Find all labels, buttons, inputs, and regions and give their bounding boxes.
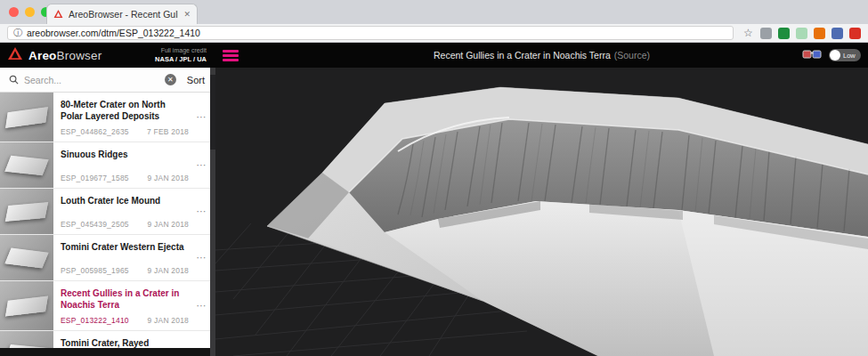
window-close-button[interactable]: [9, 7, 19, 17]
quality-toggle[interactable]: Low: [829, 49, 861, 61]
anaglyph-3d-glasses-icon[interactable]: [802, 47, 822, 63]
terrain-render: [215, 68, 868, 356]
sort-button[interactable]: Sort: [187, 75, 205, 85]
item-date: 7 FEB 2018: [147, 127, 189, 136]
item-meta: Tomini Crater Western Ejecta PSP_005985_…: [53, 235, 192, 280]
item-id: PSP_005985_1965: [61, 266, 148, 275]
sidebar: ✕ Sort 80-Meter Crater on North Polar La…: [0, 68, 215, 356]
app-header: AreoBrowser Full image credit NASA / JPL…: [0, 43, 868, 68]
item-title: 80-Meter Crater on North Polar Layered D…: [61, 99, 189, 122]
item-meta: Louth Crater Ice Mound ESP_045439_2505 9…: [53, 189, 192, 234]
item-id: ESP_019677_1585: [61, 174, 148, 182]
item-date: 9 JAN 2018: [148, 266, 189, 275]
item-date: 9 JAN 2018: [148, 316, 189, 325]
item-title: Louth Crater Ice Mound: [61, 195, 189, 206]
extension-icon-4[interactable]: [814, 28, 825, 39]
menu-icon[interactable]: [223, 50, 239, 61]
item-meta: Recent Gullies in a Crater in Noachis Te…: [53, 281, 192, 330]
search-row: ✕ Sort: [0, 68, 215, 93]
list-item[interactable]: Sinuous Ridges ESP_019677_1585 9 JAN 201…: [0, 142, 210, 189]
item-options-icon[interactable]: ⋯: [192, 235, 210, 280]
item-date: 9 JAN 2018: [148, 174, 189, 182]
dtm-thumbnail: [0, 281, 53, 330]
tab-strip: AreoBrowser - Recent Gullies i ✕: [0, 0, 868, 24]
item-options-icon[interactable]: ⋯: [192, 189, 210, 234]
item-meta: Sinuous Ridges ESP_019677_1585 9 JAN 201…: [53, 142, 192, 188]
tab-title: AreoBrowser - Recent Gullies i: [69, 9, 178, 20]
list-item[interactable]: Tomini Crater Western Ejecta PSP_005985_…: [0, 235, 210, 281]
areobrowser-favicon-icon: [53, 9, 63, 20]
item-id: ESP_044862_2635: [61, 127, 147, 136]
item-title: Recent Gullies in a Crater in Noachis Te…: [61, 287, 189, 311]
toggle-knob: [830, 50, 840, 61]
source-link[interactable]: (Source): [614, 50, 650, 61]
tab-close-icon[interactable]: ✕: [183, 10, 191, 19]
extension-icon-1[interactable]: [760, 28, 772, 39]
dtm-thumbnail: [0, 93, 53, 142]
window-minimize-button[interactable]: [25, 7, 35, 17]
item-meta: 80-Meter Crater on North Polar Layered D…: [53, 93, 192, 142]
search-input[interactable]: [24, 75, 159, 85]
item-options-icon[interactable]: ⋯: [192, 142, 210, 188]
main-content: ✕ Sort 80-Meter Crater on North Polar La…: [0, 68, 868, 356]
extension-icon-3[interactable]: [796, 28, 807, 39]
areobrowser-logo-icon[interactable]: [7, 46, 23, 64]
item-date: 9 JAN 2018: [148, 220, 189, 229]
toggle-label: Low: [843, 52, 856, 60]
item-options-icon[interactable]: ⋯: [192, 93, 210, 142]
terrain-3d-viewport[interactable]: [215, 68, 868, 356]
browser-tab[interactable]: AreoBrowser - Recent Gullies i ✕: [46, 4, 198, 24]
search-icon: [9, 72, 19, 88]
partially-visible-next-item: [0, 348, 210, 356]
header-right-controls: Low: [802, 43, 861, 68]
browser-toolbar: ⓘ areobrowser.com/dtm/ESP_013222_1410 ☆: [0, 24, 868, 43]
item-title: Sinuous Ridges: [61, 149, 189, 160]
list-item[interactable]: Recent Gullies in a Crater in Noachis Te…: [0, 281, 210, 331]
window-controls: [9, 7, 51, 17]
dtm-thumbnail: [0, 235, 53, 280]
address-bar[interactable]: ⓘ areobrowser.com/dtm/ESP_013222_1410: [7, 26, 734, 40]
bookmark-star-icon[interactable]: ☆: [742, 28, 754, 39]
toolbar-icons: ☆: [742, 28, 861, 39]
extension-icon-2[interactable]: [778, 28, 790, 39]
dtm-thumbnail: [0, 142, 53, 188]
browser-window: AreoBrowser - Recent Gullies i ✕ ⓘ areob…: [0, 0, 868, 356]
extension-icon-6[interactable]: [849, 28, 861, 39]
extension-icon-5[interactable]: [831, 28, 843, 39]
brand-area: AreoBrowser Full image credit NASA / JPL…: [0, 46, 215, 64]
item-id: ESP_045439_2505: [61, 220, 148, 229]
image-credit: Full image credit NASA / JPL / UA: [155, 47, 215, 63]
list-item[interactable]: 80-Meter Crater on North Polar Layered D…: [0, 93, 210, 142]
item-options-icon[interactable]: ⋯: [192, 281, 210, 330]
dtm-thumbnail: [0, 189, 53, 234]
page-info-icon[interactable]: ⓘ: [13, 28, 22, 37]
result-list: 80-Meter Crater on North Polar Layered D…: [0, 93, 210, 356]
viewer-title: Recent Gullies in a Crater in Noachis Te…: [215, 50, 868, 61]
item-id: ESP_013222_1410: [61, 316, 148, 325]
clear-search-icon[interactable]: ✕: [165, 74, 176, 85]
brand-name: AreoBrowser: [28, 49, 101, 62]
url-text: areobrowser.com/dtm/ESP_013222_1410: [27, 28, 200, 38]
list-item[interactable]: Louth Crater Ice Mound ESP_045439_2505 9…: [0, 189, 210, 235]
item-title: Tomini Crater Western Ejecta: [61, 241, 189, 253]
